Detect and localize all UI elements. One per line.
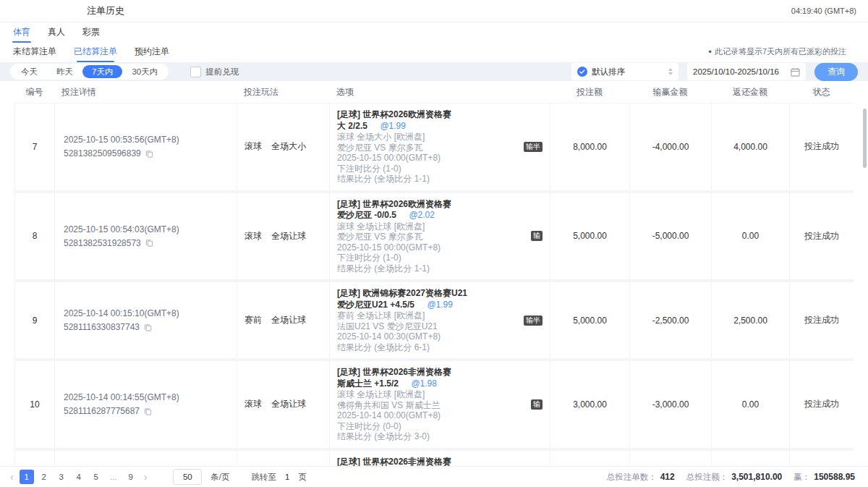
bottom-bar: ‹ 12345...9 › 条/页 跳转至 1 页 总投注单数： 412 总投注… (0, 466, 868, 487)
quick-range-label: 昨天 (56, 67, 73, 76)
sub-tab[interactable]: 未结算注单 (12, 43, 58, 60)
page-button[interactable]: 5 (89, 470, 103, 484)
pick-selection: 爱沙尼亚U21 +4.5/5 (337, 300, 414, 310)
refund-amount: 0.00 (712, 193, 790, 280)
notice-text: 此记录将显示7天内所有已派彩的投注 (715, 46, 846, 57)
row-number: 9 (15, 282, 55, 358)
page-button[interactable]: ... (106, 470, 121, 484)
page-button[interactable]: 2 (37, 470, 51, 484)
sub-tab[interactable]: 预约注单 (133, 43, 171, 60)
option-line: 佛得角共和国 VS 斯威士兰 (337, 400, 525, 411)
column-header: 输赢金额 (629, 86, 711, 98)
copy-icon[interactable] (144, 323, 152, 331)
quick-range-pill[interactable]: 7天内 (82, 65, 122, 78)
ticket-number: 5281116330837743 (64, 322, 140, 332)
quick-range-pill[interactable]: 昨天 (47, 65, 82, 78)
copy-icon[interactable] (144, 407, 152, 415)
search-button[interactable]: 查询 (814, 63, 858, 81)
sub-tab[interactable]: 已结算注单 (72, 43, 119, 60)
quick-range-pill[interactable]: 30天内 (122, 65, 167, 78)
page-button[interactable]: 3 (54, 470, 69, 484)
sub-tab-label: 未结算注单 (13, 46, 56, 56)
page-button[interactable]: 1 (20, 470, 34, 484)
next-page-button[interactable]: › (141, 472, 150, 482)
copy-icon[interactable] (145, 150, 153, 158)
option-line: 2025-10-14 00:30(GMT+8) (337, 331, 518, 342)
bet-status: 投注成功 (790, 103, 854, 190)
copy-icon[interactable] (145, 239, 153, 247)
option-line: 下注时比分 (1-0) (337, 253, 525, 263)
page-size-input[interactable] (173, 469, 202, 485)
pick-line: 爱沙尼亚U21 +4.5/5 @1.99 (337, 300, 518, 310)
main-tab-label: 真人 (48, 27, 65, 37)
date-range-picker[interactable]: 2025/10/10-2025/10/16 (687, 63, 806, 80)
result-badge: 输 (531, 231, 542, 241)
sort-select[interactable]: 默认排序 (571, 63, 678, 80)
scrollbar-thumb[interactable] (863, 109, 867, 168)
summary-value: 150588.95 (814, 472, 855, 482)
option-line: 结果比分 (全场比分 3-0) (337, 431, 525, 442)
row-number: 8 (15, 193, 55, 280)
option-line: 下注时比分 (0-0) (337, 421, 525, 432)
sub-tabs: 未结算注单已结算注单预约注单 • 此记录将显示7天内所有已派彩的投注 (0, 42, 868, 61)
option-details: 滚球 全场让球 [欧洲盘]爱沙尼亚 VS 摩尔多瓦2025-10-15 00:0… (337, 221, 525, 274)
summary-label: 总投注单数： (607, 472, 657, 483)
option-line: 滚球 全场让球 [欧洲盘] (337, 221, 525, 232)
main-tab[interactable]: 真人 (46, 24, 67, 41)
prev-page-button[interactable]: ‹ (7, 472, 17, 482)
league-name: [足球] 世界杯2026欧洲资格赛 (337, 199, 525, 210)
pagination: ‹ 12345...9 › 条/页 跳转至 1 页 (7, 469, 307, 485)
odds-value[interactable]: @1.98 (411, 378, 437, 389)
odds-value[interactable]: @1.99 (427, 300, 453, 310)
result-badge: 输半 (524, 142, 542, 152)
league-name: [足球] 世界杯2026欧洲资格赛 (337, 109, 518, 120)
option-line: 结果比分 (全场比分 1-1) (337, 174, 518, 185)
main-tabs: 体育真人彩票 (0, 22, 868, 42)
top-header: 注单历史 04:19:40 (GMT+8) (0, 0, 868, 22)
pick-selection: 斯威士兰 +1.5/2 (337, 378, 399, 389)
bet-time: 2025-10-15 00:53:56(GMT+8) (64, 135, 228, 145)
page-size-unit: 条/页 (210, 472, 229, 483)
bet-details-cell: 2025-10-14 00:14:55(GMT+8) 5281116287775… (55, 361, 237, 448)
option-cell: [足球] 世界杯2026非洲资格赛 斯威士兰 +1.5/2 @1.98 滚球 全… (330, 361, 550, 448)
page-title: 注单历史 (87, 4, 124, 17)
option-details: 滚球 全场让球 [欧洲盘]佛得角共和国 VS 斯威士兰2025-10-14 00… (337, 389, 525, 442)
option-line: 结果比分 (全场比分 6-1) (337, 342, 518, 353)
quick-range-label: 7天内 (92, 67, 113, 76)
result-badge: 输半 (524, 316, 542, 326)
summary-item: 赢： 150588.95 (793, 472, 855, 483)
page-button[interactable]: 4 (72, 470, 86, 484)
column-header: 投注额 (550, 86, 629, 98)
column-header: 状态 (789, 86, 854, 98)
option-line: 2025-10-15 00:00(GMT+8) (337, 153, 518, 164)
table-row: 8 2025-10-15 00:54:03(GMT+8) 52813825319… (14, 193, 854, 283)
column-header: 投注玩法 (237, 86, 329, 98)
option-line: 2025-10-14 00:00(GMT+8) (337, 410, 525, 421)
summary-item: 总投注额： 3,501,810.00 (686, 472, 783, 483)
jump-label: 跳转至 (252, 472, 277, 483)
summary-item: 总投注单数： 412 (607, 472, 675, 483)
page-button[interactable]: 9 (124, 470, 138, 484)
checkbox-icon[interactable] (190, 67, 201, 77)
pick-line: 爱沙尼亚 -0/0.5 @2.02 (337, 210, 525, 221)
summary-label: 总投注额： (686, 472, 728, 483)
quick-range-pill[interactable]: 今天 (12, 65, 47, 78)
main-tab[interactable]: 体育 (12, 24, 32, 41)
table-header-row: 编号投注详情投注玩法选项投注额输赢金额返还金额状态 (14, 81, 854, 103)
ticket-number: 5281382509596839 (64, 148, 141, 158)
date-quick-filter: 今天昨天7天内30天内 (10, 64, 169, 80)
odds-value[interactable]: @1.99 (380, 121, 406, 131)
sort-caret-icon (668, 68, 673, 75)
win-loss-amount: -3,000.00 (630, 361, 712, 448)
play-type: 滚球 全场让球 (237, 361, 330, 448)
jump-page-value[interactable]: 1 (285, 473, 289, 481)
bet-amount: 3,000.00 (550, 361, 630, 448)
table-row: 9 2025-10-14 00:15:10(GMT+8) 52811163308… (14, 282, 854, 361)
summary-value: 3,501,810.00 (731, 472, 782, 482)
option-line: 爱沙尼亚 VS 摩尔多瓦 (337, 232, 525, 242)
option-line: 赛前 全场让球 [欧洲盘] (337, 310, 518, 321)
main-tab[interactable]: 彩票 (81, 24, 101, 41)
early-cashout-checkbox[interactable]: 提前兑现 (190, 67, 239, 77)
win-loss-amount: -2,500.00 (630, 282, 712, 358)
odds-value[interactable]: @2.02 (409, 210, 435, 220)
